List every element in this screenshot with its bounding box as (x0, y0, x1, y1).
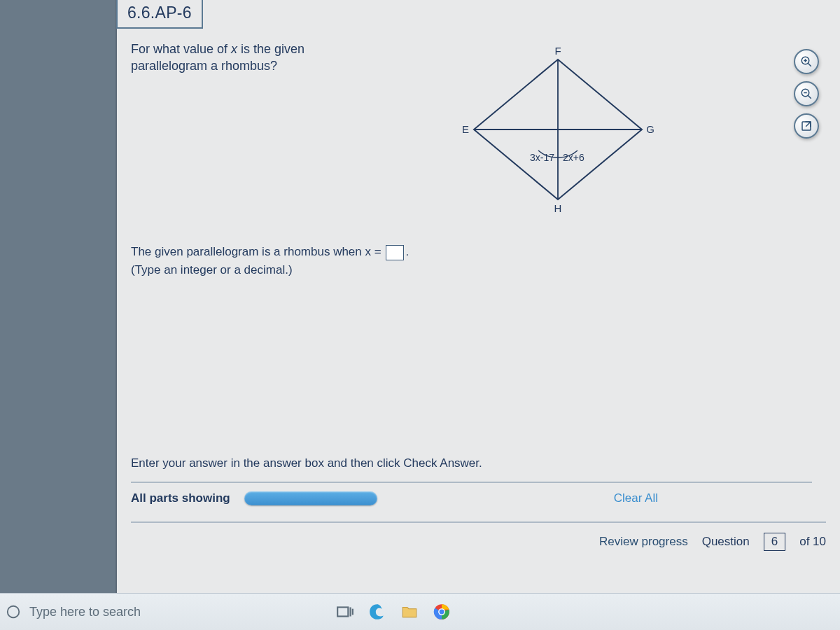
answer-period: . (405, 245, 409, 258)
problem-id-tab: 6.6.AP-6 (116, 0, 203, 29)
svg-text:G: G (646, 123, 654, 135)
chrome-icon[interactable] (428, 598, 456, 626)
answer-input[interactable] (386, 245, 404, 260)
question-number-box: 6 (764, 533, 785, 551)
svg-text:H: H (554, 202, 562, 214)
svg-text:F: F (554, 45, 561, 57)
zoom-out-button[interactable] (794, 81, 819, 106)
question-prefix: For what value of (131, 42, 231, 56)
diagram-toolbar (794, 49, 819, 139)
content-area: 6.6.AP-6 For what value of x is the give… (115, 0, 840, 593)
clear-all-button[interactable]: Clear All (614, 491, 658, 505)
svg-point-18 (8, 606, 20, 618)
svg-line-10 (808, 63, 811, 66)
question-word: Question (702, 535, 750, 549)
zoom-out-icon (800, 88, 813, 100)
file-explorer-icon[interactable] (396, 598, 424, 626)
task-view-icon[interactable] (331, 598, 359, 626)
popout-button[interactable] (794, 113, 819, 139)
answer-prefix: The given parallelogram is a rhombus whe… (131, 245, 382, 258)
popout-icon (800, 120, 813, 132)
svg-text:3x-17: 3x-17 (530, 152, 554, 163)
review-progress-label[interactable]: Review progress (599, 535, 688, 549)
edge-icon[interactable] (363, 598, 391, 626)
windows-taskbar: Type here to search (0, 593, 840, 630)
cortana-icon[interactable] (6, 604, 21, 620)
zoom-in-button[interactable] (794, 49, 819, 74)
answer-section: The given parallelogram is a rhombus whe… (131, 245, 812, 277)
svg-line-17 (806, 122, 811, 127)
rhombus-diagram: F E G H 3x-17 2x+6 (453, 42, 663, 217)
parts-row: All parts showing Clear All (131, 482, 812, 505)
answer-line: The given parallelogram is a rhombus whe… (131, 245, 812, 260)
question-text: For what value of x is the given paralle… (131, 41, 341, 75)
part-progress-pill[interactable] (244, 491, 377, 505)
taskbar-search-input[interactable]: Type here to search (29, 605, 141, 620)
svg-line-14 (808, 95, 811, 99)
svg-text:2x+6: 2x+6 (563, 152, 584, 163)
footer-instruction: Enter your answer in the answer box and … (131, 456, 812, 470)
question-of-total: of 10 (799, 535, 826, 549)
review-row: Review progress Question 6 of 10 (131, 522, 826, 551)
zoom-in-icon (800, 55, 813, 68)
answer-hint: (Type an integer or a decimal.) (131, 263, 812, 277)
svg-text:E: E (462, 123, 469, 135)
question-variable: x (231, 42, 237, 56)
svg-rect-19 (337, 608, 348, 617)
parts-label: All parts showing (131, 491, 230, 505)
svg-point-24 (440, 610, 444, 615)
